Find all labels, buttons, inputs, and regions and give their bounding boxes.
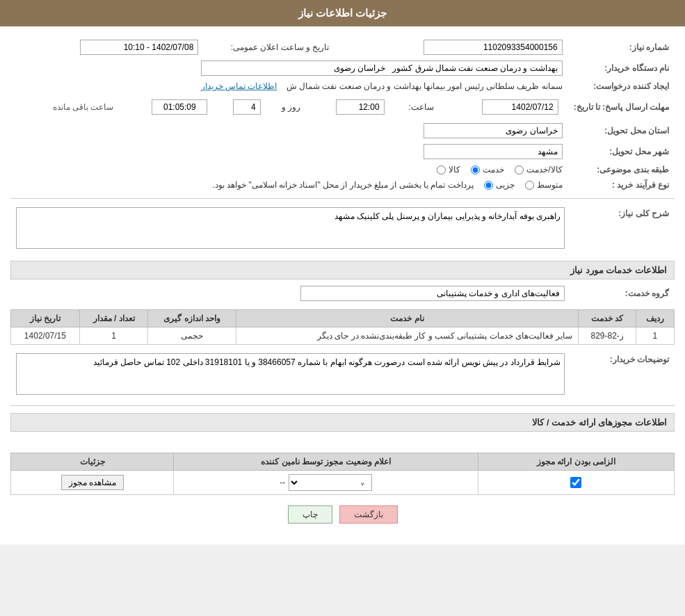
print-button[interactable]: چاپ	[288, 505, 332, 524]
process-option-small[interactable]: جزیی	[484, 180, 515, 190]
buyer-org-value	[10, 58, 568, 79]
col-unit: واحد اندازه گیری	[148, 310, 236, 327]
city-input[interactable]	[424, 144, 563, 159]
medium-label: متوسط	[537, 180, 563, 190]
buyer-notes-table: توضیحات خریدار:	[10, 350, 675, 400]
buyer-org-input[interactable]	[201, 60, 563, 76]
service-goods-label: کالا/خدمت	[526, 165, 562, 175]
view-permit-button[interactable]: مشاهده مجوز	[61, 475, 124, 490]
subject-radio-service[interactable]	[471, 165, 480, 175]
permits-title: اطلاعات مجوزهای ارائه خدمت / کالا	[10, 413, 675, 432]
subject-radio-group: کالا/خدمت خدمت کالا	[437, 165, 562, 175]
need-number-input[interactable]	[424, 40, 563, 55]
response-days-cell	[211, 97, 264, 117]
cell-unit: حجمی	[148, 327, 236, 345]
services-table-head: ردیف کد خدمت نام خدمت واحد اندازه گیری ت…	[11, 310, 675, 327]
permits-table: الزامی بودن ارائه مجوز اعلام وضعیت مجوز …	[10, 453, 675, 495]
general-desc-table: شرح کلی نیاز:	[10, 204, 675, 254]
contact-info-link[interactable]: اطلاعات تماس خریدار	[201, 81, 277, 91]
table-row: ᵥ -- مشاهده مجوز	[11, 471, 675, 495]
status-select[interactable]: ᵥ	[289, 474, 372, 491]
col-status: اعلام وضعیت مجوز توسط نامین کننده	[174, 453, 478, 471]
services-table-header-row: ردیف کد خدمت نام خدمت واحد اندازه گیری ت…	[11, 310, 675, 327]
date-value	[10, 37, 204, 58]
cell-details: مشاهده مجوز	[11, 471, 174, 495]
province-input[interactable]	[424, 123, 563, 138]
subject-option-goods[interactable]: کالا	[437, 165, 460, 175]
response-time-input[interactable]	[336, 99, 385, 115]
process-radio-small[interactable]	[484, 181, 493, 190]
col-service-name: نام خدمت	[236, 310, 579, 327]
col-quantity: تعداد / مقدار	[79, 310, 148, 327]
col-row-num: ردیف	[636, 310, 674, 327]
buyer-notes-label: توضیحات خریدار:	[570, 350, 675, 400]
spacer-1	[10, 435, 675, 449]
subject-radio-service-goods[interactable]	[515, 165, 524, 175]
process-option-medium[interactable]: متوسط	[525, 180, 563, 190]
service-group-input[interactable]	[300, 286, 565, 301]
process-radio-medium[interactable]	[525, 181, 534, 190]
service-group-row: گروه خدمت:	[10, 283, 675, 304]
subject-row: طبقه بندی موضوعی: کالا/خدمت خدمت کالا	[10, 162, 675, 177]
province-label: استان محل تحویل:	[568, 120, 675, 141]
cell-quantity: 1	[79, 327, 148, 345]
city-row: شهر محل تحویل:	[10, 141, 675, 162]
subject-value: کالا/خدمت خدمت کالا	[10, 162, 568, 177]
cell-required	[478, 471, 674, 495]
response-remaining-label: ساعت باقی مانده	[16, 97, 118, 117]
permits-table-head: الزامی بودن ارائه مجوز اعلام وضعیت مجوز …	[11, 453, 675, 471]
table-row: 1 ز-82-829 سایر فعالیت‌های خدمات پشتیبان…	[11, 327, 675, 345]
need-number-value	[343, 37, 567, 58]
col-details: جزئیات	[11, 453, 174, 471]
buyer-notes-input[interactable]	[16, 353, 565, 395]
cell-name: سایر فعالیت‌های خدمات پشتیبانی کسب و کار…	[236, 327, 579, 345]
deadline-inner-table: ساعت: روز و ساعت باقی مانده	[16, 97, 563, 117]
service-group-label: گروه خدمت:	[570, 283, 675, 304]
small-label: جزیی	[496, 180, 515, 190]
cell-row: 1	[636, 327, 674, 345]
service-group-table: گروه خدمت:	[10, 283, 675, 304]
date-input[interactable]	[80, 40, 198, 55]
response-remaining-input[interactable]	[152, 99, 207, 115]
city-label: شهر محل تحویل:	[568, 141, 675, 162]
created-by-label: ایجاد کننده درخواست:	[568, 79, 675, 94]
city-value	[10, 141, 568, 162]
footer-buttons: بازگشت چاپ	[10, 495, 675, 534]
general-desc-input[interactable]	[16, 207, 565, 249]
permits-table-header-row: الزامی بودن ارائه مجوز اعلام وضعیت مجوز …	[11, 453, 675, 471]
created-by-text: سمانه ظریف سلطانی رئیس امور بیمانها بهدا…	[287, 81, 563, 91]
buyer-org-row: نام دستگاه خریدار:	[10, 58, 675, 79]
response-deadline-value: ساعت: روز و ساعت باقی مانده	[10, 94, 568, 120]
subject-option-service[interactable]: خدمت	[471, 165, 504, 175]
main-info-table: شماره نیاز: تاریخ و ساعت اعلان عمومی: نا…	[10, 37, 675, 193]
process-radio-group: متوسط جزیی	[484, 180, 563, 190]
buyer-org-label: نام دستگاه خریدار:	[568, 58, 675, 79]
response-date-input[interactable]	[482, 99, 558, 115]
divider-1	[10, 198, 675, 199]
created-by-row: ایجاد کننده درخواست: سمانه ظریف سلطانی ر…	[10, 79, 675, 94]
subject-radio-goods[interactable]	[437, 165, 446, 175]
subject-option-service-goods[interactable]: کالا/خدمت	[515, 165, 562, 175]
subject-label: طبقه بندی موضوعی:	[568, 162, 675, 177]
date-label: تاریخ و ساعت اعلان عمومی:	[204, 37, 343, 58]
buyer-notes-value	[10, 350, 570, 400]
cell-code: ز-82-829	[579, 327, 636, 345]
response-deadline-row: مهلت ارسال پاسخ: تا تاریخ: ساعت: روز و	[10, 94, 675, 120]
response-remaining-cell	[118, 97, 211, 117]
need-number-label: شماره نیاز:	[568, 37, 675, 58]
general-desc-label: شرح کلی نیاز:	[570, 204, 675, 254]
page-title: جزئیات اطلاعات نیاز	[298, 7, 387, 19]
cell-date: 1402/07/15	[11, 327, 80, 345]
response-days-label-cell: روز و	[265, 97, 305, 117]
process-label: نوع فرآیند خرید :	[568, 177, 675, 193]
process-note: پرداخت تمام یا بخشی از مبلغ خریدار از مح…	[212, 180, 473, 190]
services-table-body: 1 ز-82-829 سایر فعالیت‌های خدمات پشتیبان…	[11, 327, 675, 345]
required-checkbox[interactable]	[570, 477, 581, 488]
response-days-input[interactable]	[233, 99, 261, 115]
response-deadline-label: مهلت ارسال پاسخ: تا تاریخ:	[568, 94, 675, 120]
status-value: --	[280, 478, 285, 487]
response-time-label-cell: ساعت:	[389, 97, 438, 117]
general-desc-row: شرح کلی نیاز:	[10, 204, 675, 254]
created-by-value: سمانه ظریف سلطانی رئیس امور بیمانها بهدا…	[10, 79, 568, 94]
back-button[interactable]: بازگشت	[339, 505, 398, 524]
